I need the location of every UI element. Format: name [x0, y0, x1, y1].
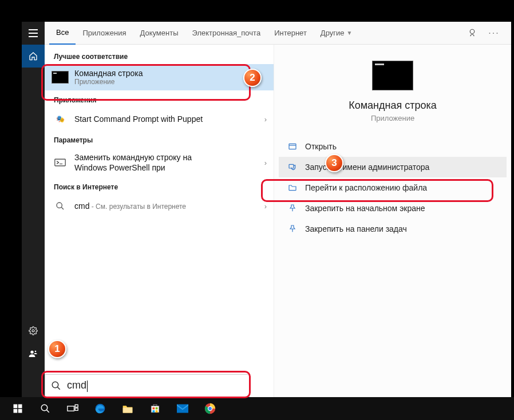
action-open[interactable]: Открыть	[279, 136, 507, 157]
admin-shield-icon	[287, 163, 298, 172]
main-area: Все Приложения Документы Электронная_поч…	[45, 22, 511, 397]
filter-tabs: Все Приложения Документы Электронная_поч…	[45, 22, 511, 45]
result-title: cmd	[74, 201, 89, 211]
action-label: Закрепить на панели задач	[305, 224, 407, 233]
section-settings: Параметры	[45, 130, 274, 148]
preview-subtitle: Приложение	[371, 114, 414, 122]
section-best-match: Лучшее соответствие	[45, 47, 274, 64]
svg-rect-19	[151, 406, 159, 413]
results-column: Лучшее соответствие Командная строка При…	[45, 45, 274, 397]
action-label: Закрепить на начальном экране	[305, 204, 425, 213]
chevron-right-icon: ›	[264, 159, 267, 167]
search-input[interactable]: cmd	[45, 374, 250, 397]
rail-spacer	[22, 365, 45, 397]
tab-internet[interactable]: Интернет	[267, 22, 314, 45]
pin-icon	[287, 204, 298, 213]
svg-point-1	[30, 351, 33, 354]
action-pin-start[interactable]: Закрепить на начальном экране	[279, 198, 507, 219]
action-label: Открыть	[305, 142, 337, 151]
result-title-line1: Заменить командную строку на	[74, 153, 192, 162]
action-run-as-admin[interactable]: Запуск от имени администратора	[279, 157, 507, 177]
result-subtitle: - См. результаты в Интернете	[89, 203, 186, 211]
svg-rect-18	[123, 407, 133, 413]
result-puppet[interactable]: 🎭 Start Command Prompt with Puppet ›	[45, 108, 274, 130]
store-icon[interactable]	[142, 397, 168, 420]
result-web-cmd[interactable]: cmd - См. результаты в Интернете ›	[45, 195, 274, 217]
chevron-down-icon: ▼	[346, 30, 352, 36]
svg-point-2	[35, 351, 37, 352]
more-options-icon[interactable]: ···	[486, 25, 502, 41]
account-icon[interactable]	[22, 342, 45, 365]
svg-point-0	[32, 330, 34, 332]
svg-point-13	[41, 405, 48, 411]
section-apps: Приложения	[45, 90, 274, 108]
svg-rect-10	[18, 405, 22, 409]
tab-all[interactable]: Все	[49, 22, 76, 45]
folder-icon	[287, 183, 298, 192]
hamburger-menu[interactable]	[22, 22, 45, 45]
chevron-right-icon: ›	[264, 202, 267, 211]
svg-point-3	[470, 29, 475, 34]
svg-rect-22	[153, 410, 155, 413]
search-icon	[52, 199, 69, 213]
open-icon	[287, 142, 298, 151]
puppet-icon: 🎭	[52, 112, 69, 126]
svg-point-5	[57, 203, 62, 208]
mail-icon[interactable]	[169, 397, 196, 420]
result-subtitle: Приложение	[74, 78, 267, 86]
svg-rect-6	[289, 144, 296, 149]
svg-rect-20	[153, 407, 155, 410]
home-icon[interactable]	[22, 45, 45, 68]
preview-pane: Командная строка Приложение Открыть Запу…	[274, 45, 511, 397]
svg-rect-9	[14, 405, 18, 409]
preview-title: Командная строка	[349, 100, 437, 112]
search-panel: Все Приложения Документы Электронная_поч…	[22, 22, 511, 397]
file-explorer-icon[interactable]	[114, 397, 141, 420]
action-open-location[interactable]: Перейти к расположению файла	[279, 177, 507, 198]
svg-rect-21	[156, 407, 158, 410]
svg-point-8	[52, 382, 58, 388]
svg-rect-16	[75, 408, 78, 410]
result-title-line2: Windows PowerShell при	[74, 163, 165, 172]
result-cmd[interactable]: Командная строка Приложение	[45, 64, 274, 90]
taskbar	[0, 397, 514, 420]
taskbar-search[interactable]	[32, 397, 58, 420]
action-pin-taskbar[interactable]: Закрепить на панели задач	[279, 219, 507, 239]
action-label: Запуск от имени администратора	[305, 163, 429, 172]
section-web: Поиск в Интернете	[45, 177, 274, 195]
start-button[interactable]	[5, 397, 31, 420]
feedback-icon[interactable]	[464, 25, 480, 41]
settings-icon[interactable]	[22, 319, 45, 342]
svg-rect-12	[18, 409, 22, 413]
svg-point-27	[208, 407, 212, 410]
action-label: Перейти к расположению файла	[305, 183, 427, 192]
svg-rect-11	[14, 409, 18, 413]
result-title: Командная строка	[74, 69, 267, 78]
result-replace-powershell[interactable]: Заменить командную строку на Windows Pow…	[45, 148, 274, 177]
tab-mail[interactable]: Электронная_почта	[185, 22, 267, 45]
result-title: Start Command Prompt with Puppet	[74, 114, 259, 124]
svg-rect-15	[75, 405, 78, 407]
svg-rect-23	[156, 410, 158, 413]
svg-rect-4	[55, 159, 65, 166]
left-rail	[22, 22, 45, 397]
cmd-icon	[52, 71, 69, 84]
tab-docs[interactable]: Документы	[133, 22, 185, 45]
search-value: cmd	[67, 379, 243, 391]
preview-app-icon	[372, 61, 413, 90]
edge-icon[interactable]	[87, 397, 113, 420]
pin-icon	[287, 224, 298, 233]
search-icon	[51, 381, 61, 391]
chevron-right-icon: ›	[264, 115, 267, 124]
powershell-icon	[52, 156, 69, 169]
task-view[interactable]	[60, 397, 86, 420]
svg-rect-14	[68, 406, 74, 411]
tab-more[interactable]: Другие▼	[314, 22, 359, 45]
chrome-icon[interactable]	[197, 397, 223, 420]
tab-apps[interactable]: Приложения	[76, 22, 133, 45]
